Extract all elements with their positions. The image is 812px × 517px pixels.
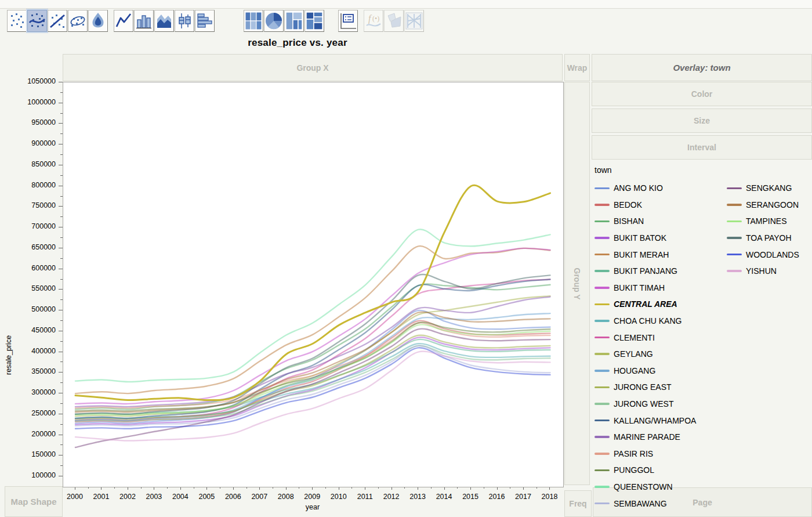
graph-builder-toolbar: f(•) (0, 9, 812, 33)
legend-item[interactable]: CHOA CHU KANG (594, 313, 696, 330)
x-tick-label: 2008 (273, 493, 299, 501)
x-tick-label: 2005 (194, 493, 219, 501)
dropzone-size[interactable]: Size (592, 109, 812, 133)
smoother-icon[interactable] (27, 10, 47, 32)
dropzone-wrap[interactable]: Wrap (564, 54, 590, 81)
legend-item[interactable]: MARINE PARADE (594, 429, 696, 446)
dropzone-group-y[interactable]: Group Y (564, 82, 590, 485)
x-tick-label: 2015 (458, 493, 483, 501)
legend-item[interactable]: BEDOK (594, 197, 696, 214)
legend-item[interactable]: TOA PAYOH (727, 230, 799, 247)
legend-item[interactable]: GEYLANG (594, 346, 696, 363)
legend-label: BEDOK (614, 200, 642, 209)
x-tick-label: 2010 (326, 493, 351, 501)
heatmap-icon[interactable] (244, 10, 263, 32)
legend-swatch (594, 320, 610, 322)
legend-item[interactable]: BUKIT PANJANG (594, 263, 696, 280)
dropzone-interval[interactable]: Interval (592, 135, 812, 160)
legend-label: TAMPINES (746, 216, 787, 226)
legend-column-1: ANG MO KIOBEDOKBISHANBUKIT BATOKBUKIT ME… (594, 180, 696, 512)
dropzone-map-shape[interactable]: Map Shape (5, 486, 63, 517)
x-axis[interactable]: year 20002001200220032004200520062007200… (63, 487, 563, 517)
y-tick-mark (59, 123, 63, 124)
legend-item[interactable]: BISHAN (594, 213, 696, 230)
legend-item[interactable]: BUKIT MERAH (594, 246, 696, 263)
legend-item[interactable]: YISHUN (727, 263, 799, 280)
legend-item[interactable]: QUEENSTOWN (594, 479, 696, 496)
y-tick-label: 100000 (0, 471, 56, 479)
x-tick-label: 2018 (536, 493, 562, 501)
legend-label: JURONG WEST (614, 399, 673, 408)
pie-icon[interactable] (264, 10, 284, 32)
legend-item[interactable]: SEMBAWANG (594, 495, 696, 512)
contour-icon[interactable] (88, 10, 108, 32)
line-icon[interactable] (114, 10, 133, 32)
histogram-icon[interactable] (195, 10, 215, 32)
legend-item[interactable]: CENTRAL AREA (594, 296, 696, 313)
box-plot-icon[interactable] (175, 10, 194, 32)
legend-swatch (594, 486, 610, 488)
bar-icon[interactable] (134, 10, 154, 32)
legend-title: town (594, 165, 612, 175)
legend-item[interactable]: SERANGOON (727, 197, 799, 214)
y-tick-label: 400000 (0, 347, 56, 355)
area-icon[interactable] (154, 10, 174, 32)
y-tick-mark (59, 82, 63, 82)
legend-item[interactable]: WOODLANDS (727, 246, 799, 263)
legend-swatch (594, 303, 610, 306)
plot-area[interactable] (63, 82, 564, 487)
caption-box-icon[interactable] (338, 10, 358, 32)
legend-label: BUKIT BATOK (614, 233, 666, 243)
formula-icon[interactable]: f(•) (364, 10, 383, 32)
legend-item[interactable]: PUNGGOL (594, 462, 696, 479)
parallel-plot-icon[interactable] (404, 10, 424, 32)
y-tick-label: 350000 (0, 367, 56, 375)
legend-swatch (727, 187, 742, 190)
legend-swatch (594, 469, 610, 472)
legend-label: CENTRAL AREA (614, 299, 677, 309)
legend-item[interactable]: CLEMENTI (594, 329, 696, 346)
legend-label: MARINE PARADE (614, 432, 680, 442)
line-of-fit-icon[interactable] (48, 10, 67, 32)
legend-item[interactable]: JURONG WEST (594, 396, 696, 413)
legend-swatch (594, 254, 610, 256)
ellipse-icon[interactable] (68, 10, 88, 32)
legend-item[interactable]: KALLANG/WHAMPOA (594, 412, 696, 429)
series-line-geylang[interactable] (75, 296, 550, 416)
x-tick-label: 2002 (115, 493, 140, 501)
legend-item[interactable]: JURONG EAST (594, 379, 696, 396)
legend-item[interactable]: BUKIT BATOK (594, 230, 696, 247)
points-icon[interactable] (7, 10, 27, 32)
svg-text:(•): (•) (372, 15, 379, 23)
mosaic-icon[interactable] (304, 10, 324, 32)
dropzone-color[interactable]: Color (592, 82, 812, 106)
legend-label: SERANGOON (746, 200, 799, 209)
legend-column-2: SENGKANGSERANGOONTAMPINESTOA PAYOHWOODLA… (727, 180, 799, 280)
y-tick-mark (59, 352, 63, 352)
treemap-icon[interactable] (284, 10, 304, 32)
y-axis[interactable]: resale_price 105000010000009500009000008… (0, 82, 63, 487)
x-tick-label: 2007 (246, 493, 272, 501)
legend-label: TOA PAYOH (746, 233, 792, 243)
legend-item[interactable]: HOUGANG (594, 363, 696, 379)
map-shapes-icon[interactable] (384, 10, 404, 32)
legend-item[interactable]: ANG MO KIO (594, 180, 696, 197)
x-tick-label: 2014 (432, 493, 457, 501)
dropzone-freq[interactable]: Freq (564, 490, 592, 517)
legend-item[interactable]: BUKIT TIMAH (594, 280, 696, 297)
legend-item[interactable]: SENGKANG (727, 180, 799, 197)
legend-label: JURONG EAST (614, 382, 672, 392)
y-tick-label: 150000 (0, 450, 56, 458)
legend-item[interactable]: TAMPINES (727, 213, 799, 230)
legend-label: PASIR RIS (614, 449, 653, 458)
legend-swatch (594, 204, 610, 206)
legend-swatch (594, 403, 610, 405)
legend-item[interactable]: PASIR RIS (594, 446, 696, 462)
dropzone-group-x[interactable]: Group X (63, 54, 563, 81)
y-tick-label: 900000 (0, 139, 56, 147)
legend-label: BUKIT MERAH (614, 250, 669, 259)
y-tick-mark (59, 227, 63, 227)
dropzone-overlay[interactable]: Overlay: town (592, 54, 812, 81)
legend-label: PUNGGOL (614, 465, 654, 475)
y-tick-label: 300000 (0, 388, 56, 396)
